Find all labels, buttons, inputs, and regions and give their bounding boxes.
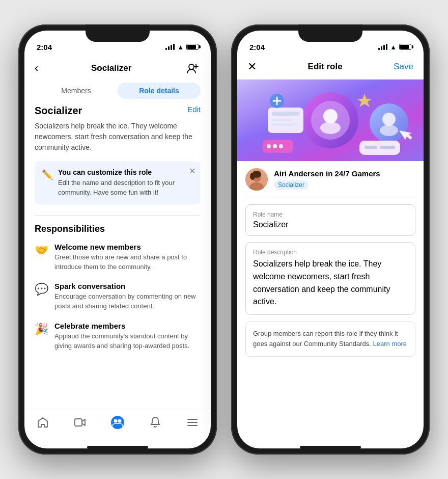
nav-video[interactable] bbox=[66, 414, 94, 431]
responsibility-welcome: 🤝 Welcome new members Greet those who ar… bbox=[35, 243, 201, 272]
nav-header-1: ‹ Socializer bbox=[24, 56, 211, 83]
svg-rect-30 bbox=[365, 146, 377, 149]
nav-menu[interactable] bbox=[178, 414, 207, 431]
add-user-button[interactable] bbox=[184, 60, 201, 76]
svg-point-5 bbox=[114, 419, 117, 423]
notch-2 bbox=[298, 24, 362, 42]
role-name-field[interactable]: Role name Socializer bbox=[245, 204, 415, 236]
svg-point-23 bbox=[382, 113, 396, 126]
svg-rect-16 bbox=[272, 112, 299, 116]
svg-point-6 bbox=[118, 419, 121, 423]
close-button[interactable]: ✕ bbox=[247, 60, 257, 73]
tab-members[interactable]: Members bbox=[35, 83, 118, 99]
member-name: Airi Andersen in 24/7 Gamers bbox=[274, 169, 380, 178]
banner-title: You can customize this role bbox=[58, 168, 193, 176]
member-avatar bbox=[245, 168, 268, 191]
screen-1: 2:04 ▲ ‹ Socializer bbox=[24, 31, 211, 448]
role-header: Socializer Edit bbox=[35, 105, 201, 117]
hero-banner bbox=[237, 79, 424, 161]
nav-home[interactable] bbox=[29, 414, 57, 431]
member-card: Airi Andersen in 24/7 Gamers Socializer bbox=[245, 161, 415, 198]
responsibility-spark: 💬 Spark conversation Encourage conversat… bbox=[35, 282, 201, 311]
notch-1 bbox=[86, 24, 150, 42]
role-desc-value: Socializers help break the ice. They wel… bbox=[253, 258, 408, 308]
menu-icon bbox=[186, 416, 199, 429]
back-button[interactable]: ‹ bbox=[35, 62, 38, 75]
phone-1: 2:04 ▲ ‹ Socializer bbox=[18, 24, 217, 455]
responsibilities-title: Responsibilities bbox=[35, 224, 201, 234]
nav-groups[interactable] bbox=[102, 413, 133, 432]
learn-more-link[interactable]: Learn more bbox=[373, 340, 407, 348]
form-section[interactable]: Airi Andersen in 24/7 Gamers Socializer … bbox=[237, 161, 424, 442]
role-description: Socializers help break the ice. They wel… bbox=[35, 121, 201, 153]
divider-1 bbox=[35, 215, 201, 216]
celebrate-icon: 🎉 bbox=[35, 323, 48, 336]
signal-icon-2 bbox=[378, 44, 387, 50]
resp-title-celebrate: Celebrate members bbox=[54, 322, 201, 330]
member-role-badge: Socializer bbox=[274, 180, 309, 190]
svg-rect-17 bbox=[272, 119, 292, 121]
svg-rect-3 bbox=[75, 419, 82, 426]
phone-2: 2:04 ▲ ✕ Edit role bbox=[231, 24, 430, 455]
bell-icon bbox=[149, 416, 161, 429]
resp-desc-spark: Encourage conversation by commenting on … bbox=[54, 292, 201, 311]
svg-point-26 bbox=[267, 144, 271, 148]
info-banner: ✏️ You can customize this role Edit the … bbox=[35, 161, 201, 205]
video-icon bbox=[74, 416, 86, 429]
svg-point-28 bbox=[279, 144, 283, 148]
svg-point-0 bbox=[189, 64, 194, 69]
signal-icon-1 bbox=[165, 44, 175, 50]
resp-desc-celebrate: Applaud the community's standout content… bbox=[54, 332, 201, 351]
screen-2: 2:04 ▲ ✕ Edit role bbox=[237, 31, 424, 448]
groups-icon bbox=[110, 415, 125, 430]
edit-role-button[interactable]: Edit bbox=[187, 105, 201, 114]
nav-notifications[interactable] bbox=[141, 414, 170, 431]
banner-close-button[interactable]: ✕ bbox=[189, 166, 195, 176]
role-desc-field[interactable]: Role description Socializers help break … bbox=[245, 242, 415, 315]
bottom-nav-1 bbox=[24, 409, 211, 442]
svg-point-4 bbox=[111, 416, 124, 429]
pencil-icon: ✏️ bbox=[42, 169, 53, 180]
scroll-area-1[interactable]: Socializer Edit Socializers help break t… bbox=[24, 105, 211, 409]
battery-icon-1 bbox=[186, 44, 199, 50]
role-name-value: Socializer bbox=[253, 220, 408, 229]
resp-title-welcome: Welcome new members bbox=[54, 243, 201, 251]
status-icons-2: ▲ bbox=[378, 43, 411, 51]
banner-text: Edit the name and description to fit you… bbox=[58, 178, 193, 198]
nav-header-2: ✕ Edit role Save bbox=[237, 56, 424, 79]
role-desc-label: Role description bbox=[253, 249, 408, 256]
home-bar-2 bbox=[300, 446, 361, 448]
resp-title-spark: Spark conversation bbox=[54, 282, 201, 290]
home-bar-1 bbox=[87, 446, 148, 448]
home-icon bbox=[37, 416, 49, 429]
speech-icon: 💬 bbox=[35, 283, 48, 296]
tab-pills: Members Role details bbox=[24, 83, 211, 105]
status-time-2: 2:04 bbox=[249, 43, 265, 51]
svg-point-13 bbox=[323, 109, 338, 123]
tab-role-details[interactable]: Role details bbox=[118, 83, 201, 99]
resp-desc-welcome: Greet those who are new and share a post… bbox=[54, 253, 201, 272]
battery-icon-2 bbox=[399, 44, 411, 50]
page-title-2: Edit role bbox=[308, 62, 343, 72]
save-button[interactable]: Save bbox=[394, 62, 413, 72]
role-name-label: Role name bbox=[253, 211, 408, 218]
responsibility-celebrate: 🎉 Celebrate members Applaud the communit… bbox=[35, 322, 201, 351]
status-icons-1: ▲ bbox=[165, 43, 199, 51]
svg-point-27 bbox=[273, 144, 277, 148]
page-title-1: Socializer bbox=[91, 63, 131, 73]
scene: 2:04 ▲ ‹ Socializer bbox=[18, 24, 430, 455]
svg-rect-18 bbox=[272, 123, 297, 126]
svg-point-24 bbox=[380, 125, 398, 136]
role-title: Socializer bbox=[35, 105, 82, 117]
svg-point-14 bbox=[320, 122, 341, 134]
svg-rect-31 bbox=[380, 146, 395, 149]
community-notice: Group members can report this role if th… bbox=[245, 321, 415, 357]
handshake-icon: 🤝 bbox=[35, 244, 48, 257]
status-time-1: 2:04 bbox=[37, 43, 52, 51]
wifi-icon-1: ▲ bbox=[177, 43, 184, 51]
svg-point-36 bbox=[250, 173, 255, 180]
wifi-icon-2: ▲ bbox=[390, 43, 397, 51]
